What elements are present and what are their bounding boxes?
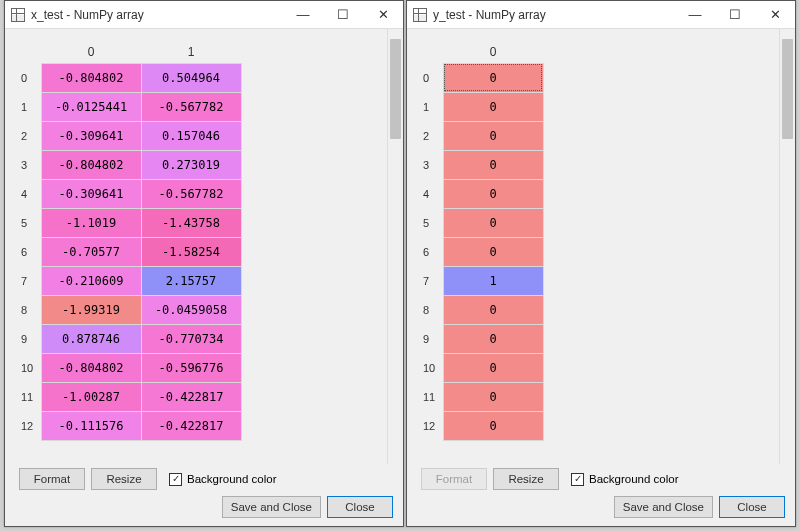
data-cell[interactable]: -0.0125441 <box>41 92 141 121</box>
data-grid[interactable]: 010-0.8048020.5049641-0.0125441-0.567782… <box>19 41 242 441</box>
data-cell[interactable]: 0 <box>443 237 543 266</box>
data-cell[interactable]: -0.567782 <box>141 92 241 121</box>
row-header[interactable]: 3 <box>421 150 443 179</box>
data-cell[interactable]: -0.0459058 <box>141 295 241 324</box>
data-cell[interactable]: 1 <box>443 266 543 295</box>
column-header[interactable]: 0 <box>443 41 543 63</box>
data-cell[interactable]: 0 <box>443 353 543 382</box>
row-header[interactable]: 10 <box>19 353 41 382</box>
column-header[interactable]: 1 <box>141 41 241 63</box>
vertical-scrollbar[interactable] <box>779 29 795 464</box>
row-header[interactable]: 1 <box>421 92 443 121</box>
data-cell[interactable]: -0.770734 <box>141 324 241 353</box>
data-cell[interactable]: 2.15757 <box>141 266 241 295</box>
titlebar[interactable]: y_test - NumPy array — ☐ ✕ <box>407 1 795 29</box>
data-cell[interactable]: -0.804802 <box>41 150 141 179</box>
row-header[interactable]: 5 <box>19 208 41 237</box>
row-header[interactable]: 0 <box>421 63 443 92</box>
row-header[interactable]: 9 <box>19 324 41 353</box>
data-cell[interactable]: -1.99319 <box>41 295 141 324</box>
data-cell[interactable]: 0 <box>443 382 543 411</box>
data-cell[interactable]: 0.878746 <box>41 324 141 353</box>
checkbox-label: Background color <box>187 473 277 485</box>
row-header[interactable]: 8 <box>19 295 41 324</box>
row-header[interactable]: 5 <box>421 208 443 237</box>
row-header[interactable]: 11 <box>421 382 443 411</box>
data-cell[interactable]: -0.111576 <box>41 411 141 440</box>
data-cell[interactable]: -0.210609 <box>41 266 141 295</box>
row-header[interactable]: 10 <box>421 353 443 382</box>
data-cell[interactable]: -0.309641 <box>41 121 141 150</box>
titlebar[interactable]: x_test - NumPy array — ☐ ✕ <box>5 1 403 29</box>
data-cell[interactable]: -0.422817 <box>141 411 241 440</box>
row-header[interactable]: 8 <box>421 295 443 324</box>
data-cell[interactable]: -0.804802 <box>41 63 141 92</box>
row-header[interactable]: 7 <box>421 266 443 295</box>
checkbox-icon: ✓ <box>169 473 182 486</box>
row-header[interactable]: 2 <box>19 121 41 150</box>
data-cell[interactable]: 0 <box>443 92 543 121</box>
row-header[interactable]: 4 <box>19 179 41 208</box>
row-header[interactable]: 9 <box>421 324 443 353</box>
data-cell[interactable]: -0.567782 <box>141 179 241 208</box>
data-cell[interactable]: 0 <box>443 411 543 440</box>
vertical-scrollbar[interactable] <box>387 29 403 464</box>
row-header[interactable]: 6 <box>19 237 41 266</box>
data-cell[interactable]: 0 <box>443 150 543 179</box>
row-header[interactable]: 12 <box>19 411 41 440</box>
data-cell[interactable]: -1.43758 <box>141 208 241 237</box>
maximize-button[interactable]: ☐ <box>323 1 363 29</box>
resize-button[interactable]: Resize <box>493 468 559 490</box>
data-cell[interactable]: -0.596776 <box>141 353 241 382</box>
row-header[interactable]: 2 <box>421 121 443 150</box>
maximize-button[interactable]: ☐ <box>715 1 755 29</box>
window-title: y_test - NumPy array <box>433 8 675 22</box>
row-header[interactable]: 4 <box>421 179 443 208</box>
close-button[interactable]: Close <box>327 496 393 518</box>
scroll-thumb[interactable] <box>390 39 401 139</box>
data-cell[interactable]: -0.309641 <box>41 179 141 208</box>
format-button: Format <box>421 468 487 490</box>
data-cell[interactable]: -1.58254 <box>141 237 241 266</box>
data-cell[interactable]: 0 <box>443 208 543 237</box>
close-window-button[interactable]: ✕ <box>363 1 403 29</box>
row-header[interactable]: 1 <box>19 92 41 121</box>
format-button[interactable]: Format <box>19 468 85 490</box>
row-header[interactable]: 0 <box>19 63 41 92</box>
resize-button[interactable]: Resize <box>91 468 157 490</box>
window-title: x_test - NumPy array <box>31 8 283 22</box>
background-color-checkbox[interactable]: ✓ Background color <box>571 473 679 486</box>
window-x-test: x_test - NumPy array — ☐ ✕ 010-0.8048020… <box>4 0 404 527</box>
data-grid-area: 000102030405060718090100110120 <box>407 29 779 464</box>
grid-icon <box>11 8 25 22</box>
data-cell[interactable]: 0 <box>443 63 543 92</box>
save-and-close-button[interactable]: Save and Close <box>614 496 713 518</box>
column-header[interactable]: 0 <box>41 41 141 63</box>
data-cell[interactable]: 0.157046 <box>141 121 241 150</box>
row-header[interactable]: 12 <box>421 411 443 440</box>
row-header[interactable]: 6 <box>421 237 443 266</box>
row-header[interactable]: 3 <box>19 150 41 179</box>
minimize-button[interactable]: — <box>675 1 715 29</box>
close-window-button[interactable]: ✕ <box>755 1 795 29</box>
data-cell[interactable]: 0 <box>443 324 543 353</box>
row-header[interactable]: 7 <box>19 266 41 295</box>
data-grid[interactable]: 000102030405060718090100110120 <box>421 41 544 441</box>
data-cell[interactable]: 0.273019 <box>141 150 241 179</box>
data-cell[interactable]: 0.504964 <box>141 63 241 92</box>
data-cell[interactable]: -1.1019 <box>41 208 141 237</box>
checkbox-icon: ✓ <box>571 473 584 486</box>
data-cell[interactable]: -1.00287 <box>41 382 141 411</box>
data-cell[interactable]: 0 <box>443 121 543 150</box>
data-cell[interactable]: 0 <box>443 295 543 324</box>
data-cell[interactable]: -0.422817 <box>141 382 241 411</box>
close-button[interactable]: Close <box>719 496 785 518</box>
minimize-button[interactable]: — <box>283 1 323 29</box>
row-header[interactable]: 11 <box>19 382 41 411</box>
background-color-checkbox[interactable]: ✓ Background color <box>169 473 277 486</box>
data-cell[interactable]: 0 <box>443 179 543 208</box>
save-and-close-button[interactable]: Save and Close <box>222 496 321 518</box>
data-cell[interactable]: -0.804802 <box>41 353 141 382</box>
data-cell[interactable]: -0.70577 <box>41 237 141 266</box>
scroll-thumb[interactable] <box>782 39 793 139</box>
